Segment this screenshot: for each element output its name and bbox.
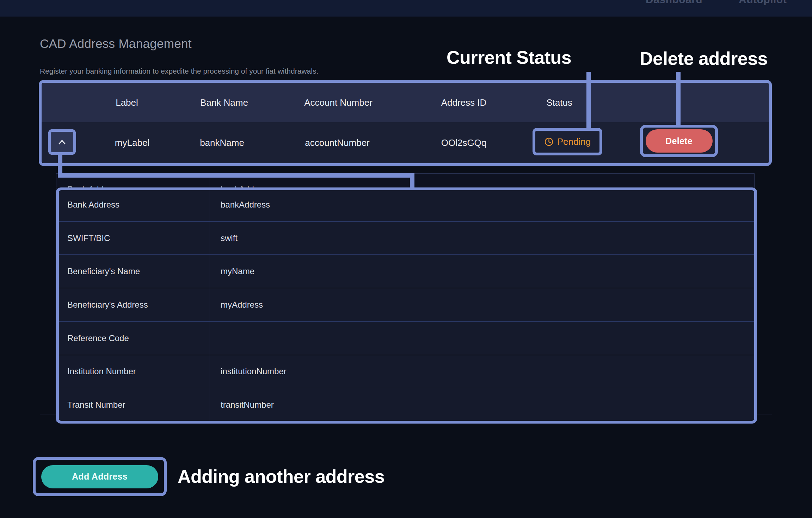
annotation-adding-another-address: Adding another address (178, 466, 385, 487)
details-value: institutionNumber (221, 366, 287, 376)
address-table-row: myLabel bankName accountNumber OOl2sGQq … (42, 122, 769, 163)
cad-address-management-screen: Dashboard Autopilot CAD Address Manageme… (0, 0, 812, 518)
details-label: SWIFT/BIC (67, 233, 110, 243)
callout-connector-horizontal (58, 173, 414, 178)
column-header-label: Label (116, 97, 138, 108)
page-subtitle: Register your banking information to exp… (40, 67, 318, 75)
details-value: bankAddress (221, 200, 270, 210)
row-account-number-value: accountNumber (305, 137, 370, 148)
details-label: Beneficiary's Name (67, 266, 140, 276)
nav-item-dashboard[interactable]: Dashboard (646, 0, 702, 6)
details-row-transit-number: Transit Number transitNumber (56, 388, 754, 421)
status-badge: Pending (557, 136, 591, 147)
delete-annotation-box: Delete (640, 125, 718, 157)
add-address-button[interactable]: Add Address (41, 465, 158, 488)
add-address-annotation-box: Add Address (33, 457, 167, 496)
details-row-bank-address: Bank Address bankAddress (56, 188, 754, 222)
address-table-header-row: Label Bank Name Account Number Address I… (42, 83, 769, 122)
annotation-current-status: Current Status (447, 47, 571, 68)
column-header-account-number: Account Number (304, 97, 373, 108)
row-label-value: myLabel (115, 137, 149, 148)
chevron-up-icon (57, 138, 67, 146)
column-header-bank-name: Bank Name (200, 97, 248, 108)
callout-connector-elbow (410, 173, 414, 190)
peek-value: bankAddress (221, 184, 270, 188)
details-label: Institution Number (67, 366, 136, 376)
details-value: myAddress (221, 300, 263, 310)
peek-label: Bank Address (67, 184, 119, 188)
details-label: Beneficiary's Address (67, 300, 148, 310)
details-row-beneficiary-address: Beneficiary's Address myAddress (56, 288, 754, 322)
address-table-annotation-box: Label Bank Name Account Number Address I… (39, 80, 772, 166)
details-label: Transit Number (67, 400, 125, 410)
collapse-row-annotation-box (48, 129, 76, 155)
annotation-delete-address: Delete address (640, 48, 768, 69)
details-value: transitNumber (221, 400, 274, 410)
collapse-row-button[interactable] (51, 132, 73, 152)
details-row-beneficiary-name: Beneficiary's Name myName (56, 255, 754, 288)
callout-line-current-status (586, 72, 591, 130)
page-title: CAD Address Management (40, 37, 192, 51)
delete-button[interactable]: Delete (646, 129, 713, 153)
callout-line-delete-address (676, 72, 681, 127)
clock-icon (544, 137, 554, 147)
top-navbar: Dashboard Autopilot (0, 0, 812, 17)
details-value: swift (221, 233, 238, 243)
details-row-institution-number: Institution Number institutionNumber (56, 355, 754, 389)
details-value: myName (221, 266, 254, 276)
status-annotation-box: Pending (533, 128, 602, 155)
row-address-id-value: OOl2sGQq (441, 137, 487, 148)
row-bank-name-value: bankName (200, 137, 244, 148)
details-label: Bank Address (67, 200, 119, 210)
column-header-status: Status (546, 97, 572, 108)
details-label: Reference Code (67, 333, 129, 343)
nav-item-autopilot[interactable]: Autopilot (739, 0, 787, 6)
details-row-reference-code: Reference Code (56, 322, 754, 355)
details-row-swift-bic: SWIFT/BIC swift (56, 222, 754, 255)
column-header-address-id: Address ID (441, 97, 487, 108)
details-table: Bank Address bankAddress SWIFT/BIC swift… (56, 188, 755, 422)
